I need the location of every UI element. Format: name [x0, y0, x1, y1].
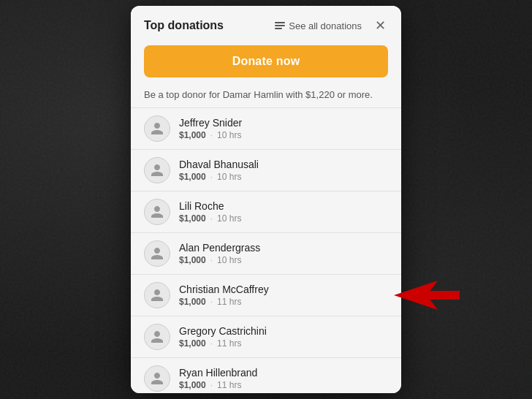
- donor-avatar: [144, 157, 170, 183]
- header-right: See all donations ✕: [275, 18, 388, 34]
- donor-meta: $1,000 · 10 hrs: [179, 172, 388, 182]
- donor-time: 11 hrs: [217, 297, 241, 307]
- donor-avatar: [144, 240, 170, 267]
- donation-item: Ryan Hillenbrand $1,000 · 11 hrs: [131, 357, 401, 393]
- donor-avatar: [144, 115, 170, 142]
- donor-info: Dhaval Bhanusali $1,000 · 10 hrs: [179, 159, 388, 182]
- donor-info: Gregory Castrichini $1,000 · 11 hrs: [179, 325, 388, 349]
- modal-header: Top donations See all donations ✕: [131, 6, 401, 42]
- donor-avatar: [144, 282, 170, 308]
- donor-name: Christian McCaffrey: [179, 284, 388, 295]
- see-all-link[interactable]: See all donations: [275, 20, 362, 31]
- donor-time: 11 hrs: [217, 380, 241, 390]
- donor-amount: $1,000: [179, 255, 206, 265]
- donation-item: Christian McCaffrey $1,000 · 11 hrs: [131, 274, 401, 316]
- donor-amount: $1,000: [179, 297, 206, 307]
- donor-amount: $1,000: [179, 172, 206, 182]
- donor-name: Dhaval Bhanusali: [179, 159, 388, 170]
- donate-now-button[interactable]: Donate now: [144, 45, 388, 77]
- person-icon: [150, 288, 164, 303]
- donation-item: Gregory Castrichini $1,000 · 11 hrs: [131, 316, 401, 357]
- see-all-label: See all donations: [289, 20, 362, 31]
- donor-info: Lili Roche $1,000 · 10 hrs: [179, 200, 388, 224]
- donor-avatar: [144, 199, 170, 225]
- donor-time: 10 hrs: [217, 172, 241, 182]
- donor-meta: $1,000 · 11 hrs: [179, 338, 388, 349]
- donations-list: Jeffrey Snider $1,000 · 10 hrs Dhaval Bh…: [131, 107, 401, 393]
- donor-info: Christian McCaffrey $1,000 · 11 hrs: [179, 284, 388, 307]
- donor-info: Alan Pendergrass $1,000 · 10 hrs: [179, 242, 388, 265]
- person-icon: [150, 330, 164, 344]
- donor-name: Ryan Hillenbrand: [179, 367, 388, 379]
- donor-meta: $1,000 · 10 hrs: [179, 255, 388, 265]
- list-icon: [275, 22, 285, 29]
- donor-time: 10 hrs: [217, 130, 241, 140]
- person-icon: [150, 371, 164, 386]
- donor-name: Lili Roche: [179, 200, 388, 212]
- donor-avatar: [144, 324, 170, 350]
- modal-title: Top donations: [144, 19, 224, 32]
- svg-rect-1: [423, 291, 460, 300]
- person-icon: [150, 163, 164, 178]
- donate-button-wrapper: Donate now: [131, 42, 401, 85]
- top-donor-note: Be a top donor for Damar Hamlin with $1,…: [131, 85, 401, 107]
- donor-meta: $1,000 · 10 hrs: [179, 213, 388, 224]
- donor-amount: $1,000: [179, 338, 206, 349]
- donor-meta: $1,000 · 11 hrs: [179, 297, 388, 307]
- person-icon: [150, 246, 164, 261]
- donor-meta: $1,000 · 10 hrs: [179, 130, 388, 140]
- donor-amount: $1,000: [179, 213, 206, 224]
- donation-item: Lili Roche $1,000 · 10 hrs: [131, 191, 401, 232]
- donor-amount: $1,000: [179, 130, 206, 140]
- person-icon: [150, 205, 164, 219]
- top-donations-modal: Top donations See all donations ✕ Donate…: [131, 6, 401, 393]
- donor-info: Jeffrey Snider $1,000 · 10 hrs: [179, 117, 388, 140]
- donor-time: 10 hrs: [217, 213, 241, 224]
- donor-name: Jeffrey Snider: [179, 117, 388, 129]
- person-icon: [150, 121, 164, 136]
- donor-time: 11 hrs: [217, 338, 241, 349]
- donor-name: Gregory Castrichini: [179, 325, 388, 337]
- donor-time: 10 hrs: [217, 255, 241, 265]
- donor-info: Ryan Hillenbrand $1,000 · 11 hrs: [179, 367, 388, 390]
- donor-avatar: [144, 365, 170, 392]
- donation-item: Alan Pendergrass $1,000 · 10 hrs: [131, 232, 401, 274]
- donor-amount: $1,000: [179, 380, 206, 390]
- donation-item: Dhaval Bhanusali $1,000 · 10 hrs: [131, 149, 401, 191]
- close-button[interactable]: ✕: [372, 18, 388, 34]
- donor-name: Alan Pendergrass: [179, 242, 388, 254]
- donor-meta: $1,000 · 11 hrs: [179, 380, 388, 390]
- donation-item: Jeffrey Snider $1,000 · 10 hrs: [131, 107, 401, 149]
